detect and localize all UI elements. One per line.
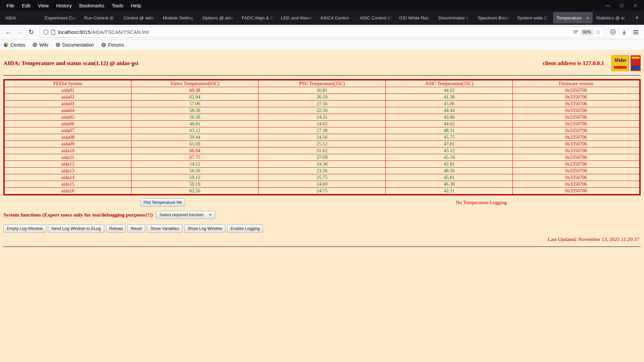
tab-aida[interactable]: AIDA <box>2 12 41 23</box>
asic-temperature: 48.31 <box>386 127 513 134</box>
menu-view[interactable]: View <box>34 1 52 10</box>
tab-system-wide-c[interactable]: System wide C <box>514 12 553 23</box>
function-select[interactable]: Select required function ▼ <box>156 211 215 219</box>
page-content: AIDA: Temperature and status scan(1.12) … <box>0 50 644 362</box>
tab-control-aida[interactable]: Control @ aida <box>120 12 159 23</box>
forward-button[interactable]: → <box>14 26 25 38</box>
asic-temperature: 46.56 <box>386 168 513 174</box>
virtex-temperature: 58.50 <box>131 107 258 114</box>
tab-module-setting[interactable]: Module Setting <box>160 12 199 23</box>
menu-help[interactable]: Help <box>127 1 145 10</box>
tab-spectrum-brow[interactable]: Spectrum Brow <box>475 12 514 23</box>
pocket-icon[interactable] <box>607 26 619 38</box>
minimize-button[interactable]: — <box>605 3 610 8</box>
bookmark-forums[interactable]: Forums <box>101 42 124 48</box>
asic-temperature: 41.38 <box>386 94 513 101</box>
bookmark-wiki[interactable]: Wiki <box>33 42 48 48</box>
psu-temperature: 24.56 <box>258 134 385 141</box>
url-bar[interactable]: localhost:8015/AIDA/TSCAN/TSCAN.tml 80% … <box>40 26 604 38</box>
reload-button[interactable]: Reload <box>106 225 126 233</box>
midas-logo[interactable]: Midas <box>611 55 629 71</box>
show-variables-button[interactable]: Show Variables <box>147 225 182 233</box>
window-controls: — □ ✕ <box>605 3 641 8</box>
firmware-version: 0x3350706 <box>513 147 640 154</box>
psu-temperature: 23.56 <box>258 168 385 174</box>
close-button[interactable]: ✕ <box>633 3 637 8</box>
bookmark-centos[interactable]: Centos <box>4 42 25 48</box>
fee64-name: aida07 <box>4 127 131 134</box>
zoom-indicator[interactable]: 80% <box>581 29 593 36</box>
tab-options-aida[interactable]: Options @ aida <box>199 12 238 23</box>
fee64-name: aida11 <box>4 154 131 161</box>
header-psu-temperature: PSU Temperature(35C) <box>258 80 385 87</box>
tab-experiment-con[interactable]: Experiment Con <box>41 12 80 23</box>
fee64-name: aida06 <box>4 121 131 127</box>
tab-close-icon[interactable]: × <box>586 15 589 21</box>
virtex-temperature: 61.69 <box>131 141 258 147</box>
virtex-temperature: 63.12 <box>131 127 258 134</box>
table-row: aida1559.1924.6946.380x3350706 <box>4 181 640 188</box>
tab-asic4-control[interactable]: ASIC4 Control <box>317 12 356 23</box>
asic-temperature: 45.12 <box>386 147 513 154</box>
tab-temperature[interactable]: Temperature× <box>553 12 592 23</box>
system-functions-row: System functions (Expert users only for … <box>3 211 641 219</box>
menu-file[interactable]: File <box>3 1 18 10</box>
tab-title: FADC Align & C <box>241 15 274 20</box>
download-icon[interactable] <box>619 26 630 38</box>
divider-top <box>3 75 641 76</box>
bookmark-documentation[interactable]: Documentation <box>56 42 94 48</box>
menu-history[interactable]: History <box>52 1 75 10</box>
psu-temperature: 27.56 <box>258 101 385 107</box>
plot-temperature-file-button[interactable]: Plot Temperature file <box>140 198 185 206</box>
enable-logging-button[interactable]: Enable Logging <box>227 225 263 233</box>
tab-led-and-wavef[interactable]: LED and Wavef <box>278 12 317 23</box>
menu-bookmarks[interactable]: Bookmarks <box>75 1 108 10</box>
firmware-version: 0x3350706 <box>513 121 640 127</box>
tab-statistics-ai[interactable]: Statistics @ ai <box>593 12 632 23</box>
tab-gsi-white-rab[interactable]: GSI White Rab <box>396 12 435 23</box>
empty-log-window-button[interactable]: Empty Log Window <box>3 225 46 233</box>
firmware-version: 0x3350706 <box>513 154 640 161</box>
menu-bar: FileEditViewHistoryBookmarksToolsHelp — … <box>0 0 644 11</box>
asic-temperature: 44.44 <box>386 107 513 114</box>
midas-logo-text: Midas <box>614 58 626 63</box>
psu-temperature: 24.75 <box>258 188 385 195</box>
firmware-version: 0x3350706 <box>513 87 640 94</box>
table-row: aida1459.1225.7545.810x3350706 <box>4 174 640 181</box>
asic-temperature: 45.75 <box>386 134 513 141</box>
last-updated: Last Updated: November 13, 2025 11:29:37 <box>3 236 641 242</box>
firmware-version: 0x3350706 <box>513 107 640 114</box>
tab-title: ASIC4 Control <box>320 15 353 20</box>
tab-run-control[interactable]: Run Control @ <box>81 12 120 23</box>
bookmarks-bar: CentosWikiDocumentationForums <box>0 40 644 50</box>
menu-edit[interactable]: Edit <box>18 1 34 10</box>
fee64-name: aida02 <box>4 94 131 101</box>
menu-icon[interactable] <box>630 26 641 38</box>
new-tab-button[interactable]: + <box>632 13 642 23</box>
frs-logo[interactable] <box>631 55 641 71</box>
bookmark-star-icon[interactable]: ☆ <box>596 28 601 36</box>
reset-button[interactable]: Reset <box>127 225 145 233</box>
tab-discriminator-c[interactable]: Discriminator c <box>435 12 474 23</box>
maximize-button[interactable]: □ <box>620 3 623 8</box>
virtex-temperature: 62.56 <box>131 188 258 195</box>
send-log-window-to-elog-button[interactable]: Send Log Window to ELog <box>48 225 104 233</box>
show-log-window-button[interactable]: Show Log Window <box>184 225 226 233</box>
logging-status: No Temperature Logging <box>322 200 641 205</box>
shield-icon[interactable] <box>43 29 49 35</box>
back-button[interactable]: ← <box>3 26 14 38</box>
menu-tools[interactable]: Tools <box>108 1 127 10</box>
table-row: aida1254.1224.3842.810x3350706 <box>4 161 640 168</box>
table-row: aida0169.3826.8144.620x3350706 <box>4 87 640 94</box>
reload-button[interactable]: ↻ <box>25 26 37 38</box>
url-domain: localhost:8015 <box>58 29 91 35</box>
reader-view-icon[interactable] <box>573 30 578 35</box>
tab-fadc-align-c[interactable]: FADC Align & C <box>238 12 277 23</box>
firmware-version: 0x3350706 <box>513 174 640 181</box>
page-info-icon[interactable] <box>51 29 56 35</box>
firmware-version: 0x3350706 <box>513 161 640 168</box>
virtex-temperature: 59.19 <box>131 181 258 188</box>
psu-temperature: 24.31 <box>258 114 385 121</box>
asic-temperature: 42.81 <box>386 161 513 168</box>
tab-asic-control[interactable]: ASIC Control @ <box>356 12 395 23</box>
